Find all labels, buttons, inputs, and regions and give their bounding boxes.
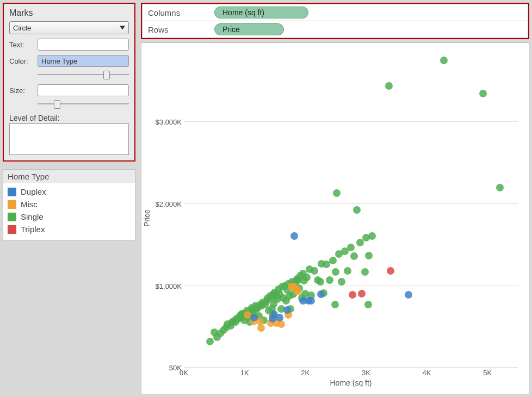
data-point[interactable] — [350, 252, 358, 260]
data-point[interactable] — [317, 290, 325, 298]
y-tick-label: $2,000K — [152, 200, 182, 208]
data-point[interactable] — [277, 320, 285, 328]
x-tick-label: 5K — [483, 369, 492, 377]
legend-card: Home Type DuplexMiscSingleTriplex — [3, 169, 135, 240]
data-point[interactable] — [405, 291, 412, 299]
columns-pill[interactable]: Home (sq ft) — [214, 7, 308, 18]
data-point[interactable] — [250, 314, 258, 321]
data-point[interactable] — [344, 267, 351, 275]
size-slider[interactable] — [38, 98, 129, 109]
legend-item-label: Single — [21, 212, 44, 221]
data-point[interactable] — [317, 278, 324, 286]
size-slider-thumb[interactable] — [54, 100, 60, 109]
data-point[interactable] — [347, 244, 355, 251]
data-point[interactable] — [329, 257, 337, 264]
size-label: Size: — [9, 86, 34, 95]
data-point[interactable] — [385, 82, 393, 90]
x-axis: Home (sq ft) 0K1K2K3K4K5K — [184, 368, 518, 394]
rows-shelf-label: Rows — [148, 25, 208, 34]
x-axis-label: Home (sq ft) — [184, 379, 518, 387]
data-point[interactable] — [257, 324, 265, 332]
data-point[interactable] — [332, 268, 339, 276]
legend-swatch — [8, 200, 16, 209]
lod-label: Level of Detail: — [9, 114, 129, 122]
data-point[interactable] — [311, 267, 318, 275]
data-point[interactable] — [333, 189, 341, 197]
legend-swatch — [8, 188, 16, 196]
data-point[interactable] — [365, 252, 373, 259]
data-point[interactable] — [358, 290, 366, 297]
data-point[interactable] — [326, 276, 333, 284]
data-point[interactable] — [479, 90, 487, 97]
data-point[interactable] — [338, 278, 345, 286]
y-tick-label: $3,000K — [152, 118, 182, 126]
marks-title: Marks — [9, 8, 129, 18]
x-tick-label: 2K — [301, 369, 310, 377]
legend-swatch — [8, 213, 16, 221]
scatter-plot[interactable]: $0K$1,000K$2,000K$3,000K — [184, 48, 518, 368]
data-point[interactable] — [283, 306, 291, 314]
legend-item[interactable]: Triplex — [8, 223, 131, 235]
mark-type-value: Circle — [13, 24, 31, 32]
color-shelf-value: Home Type — [41, 57, 77, 65]
legend-item-label: Duplex — [21, 187, 46, 196]
data-point[interactable] — [364, 301, 372, 308]
legend-item[interactable]: Single — [8, 210, 131, 223]
columns-shelf-label: Columns — [148, 8, 208, 17]
data-point[interactable] — [294, 288, 301, 295]
data-point[interactable] — [368, 232, 376, 240]
data-point[interactable] — [276, 314, 283, 321]
x-tick-label: 0K — [180, 369, 188, 377]
text-shelf[interactable] — [38, 39, 129, 51]
x-tick-label: 1K — [240, 369, 249, 377]
legend-item-label: Triplex — [21, 225, 45, 234]
color-shelf[interactable]: Home Type — [38, 55, 129, 67]
mark-type-select[interactable]: Circle — [9, 21, 129, 34]
data-point[interactable] — [361, 268, 369, 276]
data-point[interactable] — [353, 206, 361, 214]
data-point[interactable] — [387, 267, 394, 275]
data-point[interactable] — [331, 301, 339, 308]
chart-area: Price $0K$1,000K$2,000K$3,000K Home (sq … — [141, 42, 529, 394]
text-label: Text: — [9, 41, 34, 49]
legend-title: Home Type — [3, 170, 135, 183]
lod-shelf[interactable] — [9, 123, 129, 155]
size-shelf[interactable] — [38, 84, 129, 96]
legend-item[interactable]: Duplex — [8, 185, 131, 198]
y-axis-label: Price — [141, 43, 152, 394]
legend-item[interactable]: Misc — [8, 198, 131, 210]
data-point[interactable] — [440, 57, 448, 64]
data-point[interactable] — [303, 274, 311, 281]
data-point[interactable] — [496, 184, 504, 191]
opacity-slider[interactable] — [38, 69, 129, 80]
columns-shelf[interactable]: Columns Home (sq ft) — [142, 4, 528, 21]
data-point[interactable] — [307, 297, 315, 305]
rows-pill[interactable]: Price — [214, 23, 284, 35]
shelves-panel: Columns Home (sq ft) Rows Price — [141, 3, 529, 39]
data-point[interactable] — [349, 291, 356, 299]
marks-card: Marks Circle Text: Color: Home Type — [3, 3, 135, 162]
y-tick-label: $0K — [152, 364, 182, 372]
opacity-slider-thumb[interactable] — [103, 71, 110, 79]
x-tick-label: 4K — [423, 369, 431, 377]
rows-shelf[interactable]: Rows Price — [142, 21, 528, 38]
color-label: Color: — [9, 57, 34, 65]
legend-item-label: Misc — [21, 200, 38, 209]
legend-swatch — [8, 225, 16, 234]
data-point[interactable] — [290, 232, 298, 240]
y-tick-label: $1,000K — [152, 282, 182, 290]
x-tick-label: 3K — [362, 369, 370, 377]
data-point[interactable] — [206, 338, 214, 345]
chevron-down-icon — [120, 26, 125, 30]
